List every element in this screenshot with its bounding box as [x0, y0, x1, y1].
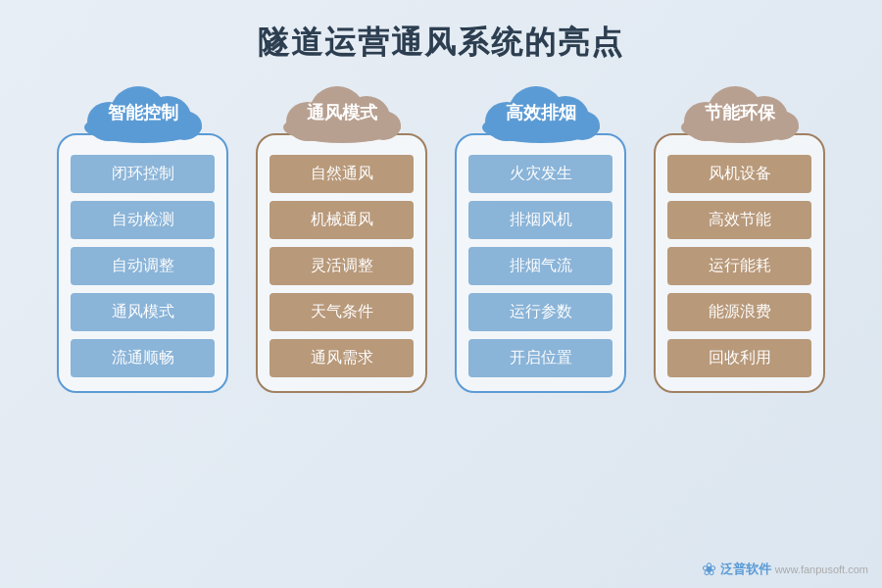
item-btn-col4-3: 能源浪费	[667, 293, 811, 331]
cloud-header-col1: 智能控制	[74, 82, 212, 143]
card-col1: 闭环控制自动检测自动调整通风模式流通顺畅	[57, 133, 228, 393]
column-col4: 节能环保风机设备高效节能运行能耗能源浪费回收利用	[649, 82, 830, 393]
item-btn-col1-3: 通风模式	[71, 293, 215, 331]
cloud-header-col4: 节能环保	[671, 82, 808, 143]
item-btn-col3-3: 运行参数	[468, 293, 612, 331]
column-col2: 通风模式自然通风机械通风灵活调整天气条件通风需求	[251, 82, 432, 393]
page-background: 隧道运营通风系统的亮点 智能控制闭环控制自动检测自动调整通风模式流通顺畅 通风模…	[0, 0, 882, 588]
cloud-header-col3: 高效排烟	[472, 82, 610, 143]
item-btn-col2-2: 灵活调整	[270, 247, 414, 285]
cloud-label-col4: 节能环保	[705, 101, 775, 124]
page-title: 隧道运营通风系统的亮点	[0, 0, 882, 82]
item-btn-col2-3: 天气条件	[270, 293, 414, 331]
item-btn-col2-0: 自然通风	[270, 155, 414, 193]
watermark-logo: 泛普软件	[720, 561, 771, 578]
cloud-label-col3: 高效排烟	[506, 101, 576, 124]
item-btn-col4-4: 回收利用	[667, 339, 811, 377]
watermark-url: www.fanpusoft.com	[775, 564, 868, 575]
item-btn-col1-1: 自动检测	[71, 201, 215, 239]
item-btn-col3-1: 排烟风机	[468, 201, 612, 239]
item-btn-col4-2: 运行能耗	[667, 247, 811, 285]
column-col3: 高效排烟火灾发生排烟风机排烟气流运行参数开启位置	[450, 82, 631, 393]
item-btn-col2-4: 通风需求	[270, 339, 414, 377]
item-btn-col1-4: 流通顺畅	[71, 339, 215, 377]
card-col4: 风机设备高效节能运行能耗能源浪费回收利用	[654, 133, 825, 393]
item-btn-col1-2: 自动调整	[71, 247, 215, 285]
card-col3: 火灾发生排烟风机排烟气流运行参数开启位置	[455, 133, 626, 393]
card-col2: 自然通风机械通风灵活调整天气条件通风需求	[256, 133, 427, 393]
item-btn-col4-1: 高效节能	[667, 201, 811, 239]
watermark: ❀ 泛普软件 www.fanpusoft.com	[702, 559, 868, 580]
cloud-label-col2: 通风模式	[307, 101, 377, 124]
item-btn-col4-0: 风机设备	[667, 155, 811, 193]
item-btn-col1-0: 闭环控制	[71, 155, 215, 193]
column-col1: 智能控制闭环控制自动检测自动调整通风模式流通顺畅	[52, 82, 233, 393]
cloud-label-col1: 智能控制	[108, 101, 178, 124]
item-btn-col3-4: 开启位置	[468, 339, 612, 377]
item-btn-col2-1: 机械通风	[270, 201, 414, 239]
columns-container: 智能控制闭环控制自动检测自动调整通风模式流通顺畅 通风模式自然通风机械通风灵活调…	[0, 82, 882, 393]
item-btn-col3-0: 火灾发生	[468, 155, 612, 193]
cloud-header-col2: 通风模式	[273, 82, 411, 143]
item-btn-col3-2: 排烟气流	[468, 247, 612, 285]
